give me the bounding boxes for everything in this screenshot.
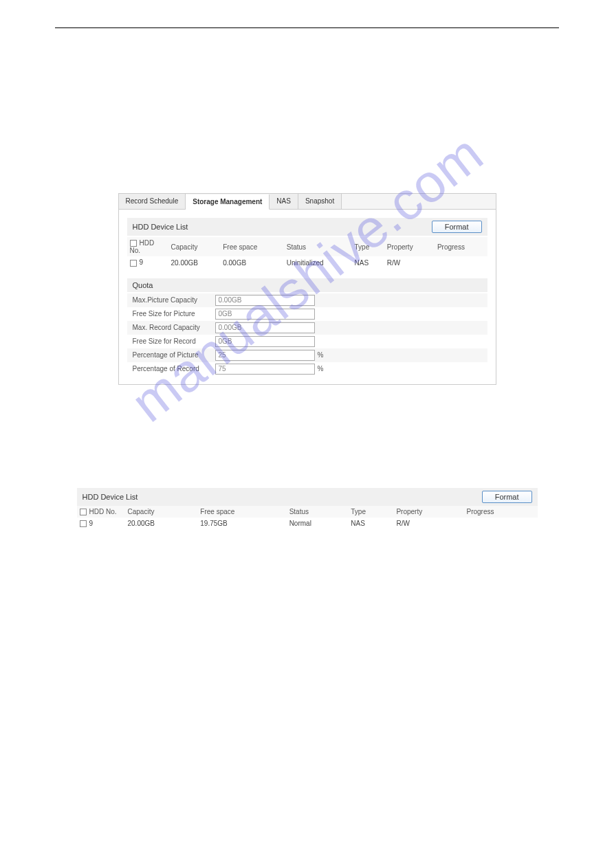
table-row: 9 20.00GB 19.75GB Normal NAS R/W <box>77 518 538 529</box>
table-row: 9 20.00GB 0.00GB Uninitialized NAS R/W <box>127 256 487 268</box>
col-type: Type <box>352 237 384 256</box>
cell-no-2: 9 <box>89 520 94 527</box>
col-property-2: Property <box>393 506 463 518</box>
cell-type-2: NAS <box>348 518 393 529</box>
col-progress-2: Progress <box>463 506 537 518</box>
pct-picture-label: Percentage of Picture <box>133 351 215 359</box>
free-picture-label: Free Size for Picture <box>133 310 215 318</box>
pct-record-label: Percentage of Record <box>133 365 215 372</box>
free-picture-input <box>215 309 315 320</box>
cell-property: R/W <box>384 256 435 268</box>
storage-panel: Record Schedule Storage Management NAS S… <box>118 193 496 385</box>
max-record-input <box>215 322 315 333</box>
col-free-space: Free space <box>220 237 284 256</box>
tab-nas[interactable]: NAS <box>270 194 298 209</box>
cell-free-space-2: 19.75GB <box>197 518 286 529</box>
format-button[interactable]: Format <box>432 221 482 233</box>
max-picture-input <box>215 295 315 306</box>
pct-unit-2: % <box>318 365 324 372</box>
cell-status-2: Normal <box>287 518 349 529</box>
table-header-row: HDD No. Capacity Free space Status Type … <box>77 506 538 518</box>
max-picture-label: Max.Picture Capacity <box>133 296 215 304</box>
tab-snapshot[interactable]: Snapshot <box>298 194 342 209</box>
hdd-list-header-2: HDD Device List Format <box>77 488 538 506</box>
quota-block: Max.Picture Capacity Free Size for Pictu… <box>127 293 487 376</box>
col-hdd-no-2: HDD No. <box>89 508 117 515</box>
select-all-checkbox[interactable] <box>130 240 137 247</box>
cell-free-space: 0.00GB <box>220 256 284 268</box>
cell-property-2: R/W <box>393 518 463 529</box>
col-capacity-2: Capacity <box>125 506 198 518</box>
col-free-space-2: Free space <box>197 506 286 518</box>
hdd-list-standalone: HDD Device List Format HDD No. Capacity … <box>77 488 538 530</box>
tab-record-schedule[interactable]: Record Schedule <box>119 194 186 209</box>
cell-no: 9 <box>140 258 144 266</box>
hdd-list-header: HDD Device List Format <box>127 218 487 236</box>
pct-record-input[interactable] <box>215 364 315 375</box>
col-property: Property <box>384 237 435 256</box>
col-status: Status <box>284 237 352 256</box>
table-header-row: HDD No. Capacity Free space Status Type … <box>127 237 487 256</box>
format-button-2[interactable]: Format <box>482 491 532 503</box>
pct-unit-1: % <box>318 351 324 359</box>
cell-capacity-2: 20.00GB <box>125 518 198 529</box>
top-rule <box>55 27 559 28</box>
cell-progress <box>435 256 487 268</box>
col-progress: Progress <box>435 237 487 256</box>
hdd-list-title: HDD Device List <box>133 223 188 231</box>
cell-status: Uninitialized <box>284 256 352 268</box>
quota-header: Quota <box>127 278 487 292</box>
col-type-2: Type <box>348 506 393 518</box>
row-checkbox[interactable] <box>130 260 137 267</box>
hdd-device-table-2: HDD No. Capacity Free space Status Type … <box>77 506 538 530</box>
pct-picture-input[interactable] <box>215 350 315 361</box>
hdd-device-table: HDD No. Capacity Free space Status Type … <box>127 237 487 269</box>
quota-title: Quota <box>133 281 153 289</box>
col-status-2: Status <box>287 506 349 518</box>
cell-capacity: 20.00GB <box>168 256 221 268</box>
col-capacity: Capacity <box>168 237 221 256</box>
cell-progress-2 <box>463 518 537 529</box>
select-all-checkbox-2[interactable] <box>80 509 87 515</box>
tab-storage-management[interactable]: Storage Management <box>186 194 270 210</box>
free-record-label: Free Size for Record <box>133 337 215 345</box>
free-record-input <box>215 336 315 347</box>
max-record-label: Max. Record Capacity <box>133 324 215 331</box>
tab-bar: Record Schedule Storage Management NAS S… <box>119 194 496 210</box>
cell-type: NAS <box>352 256 384 268</box>
row-checkbox-2[interactable] <box>80 520 87 527</box>
hdd-list-title-2: HDD Device List <box>83 493 138 501</box>
